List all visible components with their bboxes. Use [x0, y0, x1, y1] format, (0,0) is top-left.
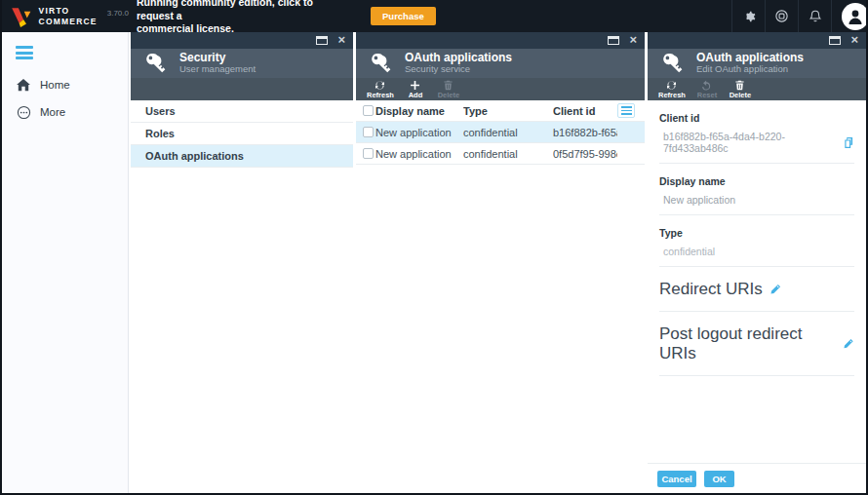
blade-header: Security User management [131, 49, 353, 78]
ok-button[interactable]: OK [704, 471, 734, 487]
maximize-icon[interactable] [316, 36, 328, 45]
cell-type: confidential [463, 148, 553, 160]
cell-display-name: New application [375, 148, 463, 160]
reset-button[interactable]: Reset [692, 79, 722, 100]
blade-toolbar: Refresh Add Delete [356, 78, 645, 100]
maximize-icon[interactable] [608, 36, 619, 45]
blade-strip: × [648, 32, 866, 49]
row-checkbox[interactable] [363, 127, 374, 137]
close-icon[interactable]: × [337, 33, 345, 46]
delete-button[interactable]: Delete [726, 79, 755, 100]
blade-header: OAuth applications Edit OAuth applicatio… [648, 49, 866, 78]
gear-icon [742, 10, 756, 23]
display-name-label: Display name [659, 175, 854, 187]
blade-subtitle: User management [179, 64, 256, 75]
user-menu[interactable] [831, 0, 866, 32]
sidebar-item-home[interactable]: Home [2, 72, 128, 98]
blade-subtitle: Security service [405, 64, 512, 75]
edit-form: Client id b16f882b-f65a-4da4-b220-7fd433… [648, 112, 866, 376]
notifications-button[interactable] [798, 0, 831, 32]
blade-strip: × [131, 32, 353, 49]
table-row[interactable]: New application confidential 0f5d7f95-99… [356, 143, 645, 165]
close-icon[interactable]: × [850, 33, 858, 46]
sidebar-item-more[interactable]: More [2, 98, 128, 127]
maximize-icon[interactable] [829, 36, 841, 45]
menu-item-roles[interactable]: Roles [131, 123, 353, 145]
table-header-row: Display name Type Client id [356, 100, 645, 122]
modules-button[interactable] [765, 0, 798, 32]
select-all-checkbox[interactable] [363, 105, 374, 116]
redirect-uris-title: Redirect URIs [659, 280, 763, 299]
virto-logo-icon [10, 5, 33, 28]
blade-oauth-edit: × OAuth applications Edit OAuth applicat… [648, 32, 866, 493]
client-id-label: Client id [659, 112, 854, 124]
blade-subtitle: Edit OAuth application [696, 64, 804, 75]
key-icon [145, 53, 167, 74]
modules-icon [774, 9, 789, 23]
blade-content: Display name Type Client id New applicat… [356, 100, 645, 493]
sidebar-item-label: Home [40, 79, 70, 91]
column-header-client-id[interactable]: Client id [553, 105, 617, 117]
post-logout-uris-section: Post logout redirect URIs [659, 324, 854, 363]
refresh-button[interactable]: Refresh [364, 79, 397, 100]
copy-icon[interactable] [843, 136, 854, 149]
key-icon [371, 53, 392, 74]
column-header-type[interactable]: Type [463, 105, 553, 117]
blade-titles: OAuth applications Security service [405, 52, 512, 76]
edit-pencil-icon[interactable] [843, 338, 854, 350]
blade-title: Security [179, 52, 256, 65]
home-icon [16, 79, 31, 92]
license-banner-text: Running community edition, click to requ… [137, 0, 343, 36]
row-checkbox[interactable] [363, 148, 374, 159]
post-logout-uris-title: Post logout redirect URIs [659, 324, 836, 363]
menu-item-users[interactable]: Users [131, 100, 353, 123]
table-row[interactable]: New application confidential b16f882b-f6… [356, 122, 645, 143]
delete-button[interactable]: Delete [434, 79, 463, 100]
settings-button[interactable] [731, 0, 765, 32]
blade-footer: Cancel OK [648, 463, 866, 493]
main-area: Home More × [2, 32, 866, 493]
cell-client-id: b16f882b-f65a-4da4-b2… [553, 127, 617, 138]
blade-strip: × [356, 32, 645, 49]
client-id-value: b16f882b-f65a-4da4-b220-7fd433ab486c [663, 131, 843, 154]
edit-pencil-icon[interactable] [769, 284, 781, 295]
trash-icon [734, 80, 745, 91]
close-icon[interactable]: × [629, 33, 637, 46]
blade-titles: Security User management [179, 52, 256, 76]
app-version: 3.70.0 [107, 9, 129, 18]
type-label: Type [659, 227, 854, 239]
type-value: confidential [663, 246, 715, 257]
blade-oauth-list: × OAuth applications Security service Re… [356, 32, 645, 493]
column-settings-icon[interactable] [617, 103, 635, 118]
blade-title: OAuth applications [405, 52, 512, 65]
logo[interactable]: VIRTO COMMERCE 3.70.0 [2, 5, 129, 28]
blade-titles: OAuth applications Edit OAuth applicatio… [696, 52, 804, 76]
cancel-button[interactable]: Cancel [657, 471, 696, 487]
column-header-display-name[interactable]: Display name [375, 105, 463, 117]
menu-item-oauth-applications[interactable]: OAuth applications [131, 145, 353, 168]
blade-security: × Security User management Users Roles O… [131, 32, 353, 493]
logo-text: VIRTO COMMERCE [39, 6, 98, 26]
add-button[interactable]: Add [401, 79, 430, 100]
avatar [842, 3, 866, 30]
purchase-button[interactable]: Purchase [371, 7, 436, 25]
cell-client-id: 0f5d7f95-998e-482c-91… [553, 148, 617, 160]
undo-icon [701, 80, 712, 91]
app-window: VIRTO COMMERCE 3.70.0 Running community … [0, 0, 868, 495]
refresh-button[interactable]: Refresh [655, 79, 689, 100]
blade-header: OAuth applications Security service [356, 49, 645, 78]
blade-title: OAuth applications [696, 52, 804, 65]
sidebar-item-label: More [40, 106, 65, 118]
cell-type: confidential [463, 127, 553, 138]
key-icon [662, 53, 684, 74]
person-icon [846, 7, 865, 26]
topbar-icons [731, 0, 866, 32]
workspace: × Security User management Users Roles O… [129, 32, 866, 493]
refresh-icon [375, 80, 385, 91]
top-bar: VIRTO COMMERCE 3.70.0 Running community … [2, 0, 866, 32]
sidebar: Home More [2, 32, 129, 493]
blade-toolbar: Refresh Reset Delete [648, 78, 866, 100]
ellipsis-circle-icon [16, 105, 31, 120]
hamburger-menu-icon[interactable] [2, 40, 128, 72]
cell-display-name: New application [375, 127, 463, 138]
